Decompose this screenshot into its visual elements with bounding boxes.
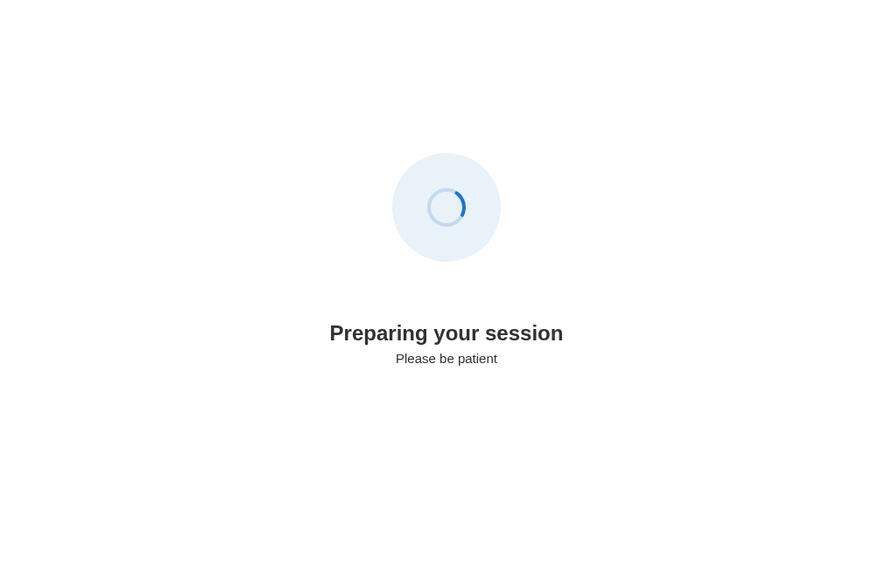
loading-screen: Preparing your session Please be patient	[330, 153, 564, 366]
loading-spinner-icon	[425, 186, 468, 229]
loading-heading: Preparing your session	[330, 321, 564, 346]
svg-point-1	[425, 186, 468, 229]
loading-subtext: Please be patient	[396, 351, 497, 366]
spinner-background	[392, 153, 501, 262]
